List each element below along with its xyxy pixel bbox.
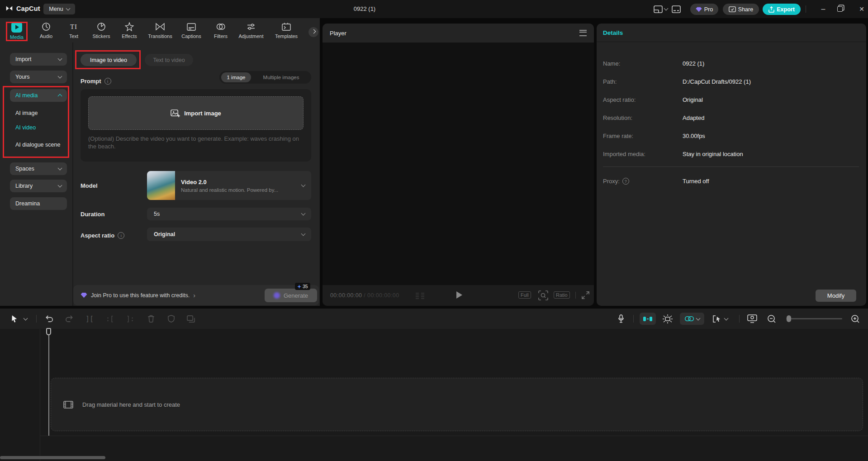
close-button[interactable]: ✕ <box>856 4 868 14</box>
player-preview[interactable] <box>323 43 594 285</box>
chevron-down-icon <box>724 316 729 320</box>
mask-button[interactable] <box>165 309 177 329</box>
split-clip-button[interactable]: ][ <box>83 309 96 329</box>
zoom-in-button[interactable] <box>849 309 862 329</box>
aspect-ratio-select[interactable]: Original <box>147 228 311 241</box>
track-header-divider <box>40 329 40 461</box>
ratio-toggle[interactable]: Ratio <box>554 291 570 299</box>
sidebar-item-ai-video[interactable]: AI video <box>15 124 36 132</box>
sidebar-item-ai-media[interactable]: AI media <box>10 89 67 102</box>
empty-track-dropzone[interactable]: Drag material here and start to create <box>51 378 863 431</box>
model-select[interactable]: Video 2.0 Natural and realistic motion. … <box>147 171 311 200</box>
filters-icon <box>216 22 225 32</box>
preview-zoom-icon[interactable] <box>538 290 548 300</box>
chevron-down-icon <box>58 183 62 188</box>
share-icon <box>729 6 736 12</box>
preview-axis-button[interactable] <box>745 309 759 329</box>
tab-captions[interactable]: Captions <box>176 22 206 42</box>
select-tool-dropdown[interactable] <box>22 309 29 329</box>
delete-right-button[interactable]: ]: <box>124 309 137 329</box>
multiple-images-option[interactable]: Multiple images <box>251 75 311 80</box>
duration-select[interactable]: 5s <box>147 208 311 220</box>
model-description: Natural and realistic motion. Powered by… <box>181 187 278 193</box>
empty-track-text: Drag material here and start to create <box>82 401 180 408</box>
tab-effects[interactable]: Effects <box>114 22 144 42</box>
maximize-button[interactable] <box>837 6 843 12</box>
chevron-down-icon <box>301 232 306 236</box>
detail-row-frame-rate: Frame rate:30.00fps <box>603 133 859 140</box>
tab-transitions[interactable]: Transitions <box>145 22 175 42</box>
auto-split-button[interactable] <box>661 309 674 329</box>
prompt-container: Import image (Optional) Describe the vid… <box>81 89 311 162</box>
pro-badge[interactable]: Pro <box>690 4 718 15</box>
sidebar-item-ai-dialogue-scene[interactable]: AI dialogue scene <box>15 141 60 149</box>
join-pro-text[interactable]: Join Pro to use this feature with credit… <box>91 292 190 299</box>
sidebar-item-ai-image[interactable]: AI image <box>15 109 38 117</box>
minimize-button[interactable]: – <box>817 4 829 14</box>
film-icon <box>63 401 73 409</box>
panel-adjust-icon[interactable] <box>672 5 681 13</box>
help-icon[interactable]: ? <box>622 178 629 185</box>
share-button[interactable]: Share <box>723 4 759 15</box>
sidebar-item-yours[interactable]: Yours <box>10 71 67 83</box>
sidebar-item-library[interactable]: Library <box>10 180 67 192</box>
timeline-toolbar: ][ :[ ]: <box>0 309 868 329</box>
track-separator-line <box>40 436 868 436</box>
image-plus-icon <box>171 109 180 118</box>
adjustment-icon <box>247 22 256 32</box>
modify-button[interactable]: Modify <box>816 290 856 302</box>
tab-filters[interactable]: Filters <box>206 22 236 42</box>
sidebar-item-spaces[interactable]: Spaces <box>10 162 67 175</box>
timeline-zoom-handle[interactable] <box>787 315 791 322</box>
one-image-option[interactable]: 1 image <box>221 72 251 82</box>
magnetic-snap-toggle[interactable] <box>640 313 656 325</box>
details-title: Details <box>603 29 623 36</box>
play-button[interactable] <box>456 291 462 299</box>
info-icon[interactable]: i <box>104 78 111 85</box>
fullscreen-icon[interactable] <box>581 290 590 300</box>
sidebar-item-import[interactable]: Import <box>10 53 67 66</box>
image-to-video-tab[interactable]: Image to video <box>81 54 137 66</box>
overlay-button[interactable] <box>185 309 197 329</box>
info-icon[interactable]: i <box>118 232 124 239</box>
undo-button[interactable] <box>43 309 55 329</box>
delete-left-button[interactable]: :[ <box>104 309 116 329</box>
detail-row-path: Path:D:/CapCut Drafts/0922 (1) <box>603 78 859 86</box>
playhead-handle[interactable] <box>46 328 51 335</box>
app-name: CapCut <box>16 5 40 12</box>
effects-icon <box>125 22 134 32</box>
record-voiceover-button[interactable] <box>615 309 627 329</box>
workspace-layout-icon[interactable] <box>654 5 668 13</box>
generate-button[interactable]: Generate <box>265 289 317 302</box>
auto-select-tool[interactable] <box>708 309 732 329</box>
player-menu-icon[interactable] <box>579 30 587 36</box>
tab-adjustment[interactable]: Adjustment <box>236 22 266 42</box>
menu-button[interactable]: Menu <box>43 4 75 14</box>
aspect-ratio-row: Aspect ratio i <box>81 232 124 239</box>
export-button[interactable]: Export <box>763 4 801 15</box>
link-clips-toggle[interactable] <box>680 313 704 325</box>
delete-button[interactable] <box>145 309 157 329</box>
playhead-line <box>48 335 49 436</box>
sidebar-item-dreamina[interactable]: Dreamina <box>10 197 67 210</box>
chevron-right-icon[interactable]: › <box>193 292 195 299</box>
text-to-video-tab[interactable]: Text to video <box>145 54 193 66</box>
prompt-placeholder[interactable]: (Optional) Describe the video you want t… <box>88 135 304 150</box>
timeline-scrollbar[interactable] <box>0 456 105 459</box>
redo-button[interactable] <box>63 309 76 329</box>
tab-stickers[interactable]: Stickers <box>86 22 116 42</box>
zoom-out-button[interactable] <box>765 309 778 329</box>
full-toggle[interactable]: Full <box>518 291 531 299</box>
toolbar-divider <box>36 315 37 323</box>
tab-templates[interactable]: Templates <box>271 22 301 42</box>
titlebar-divider <box>806 5 806 13</box>
timeline-zoom-slider[interactable] <box>786 318 842 319</box>
tab-audio[interactable]: Audio <box>31 22 61 42</box>
tab-text[interactable]: TI Text <box>59 22 89 42</box>
tabs-scroll-right-button[interactable] <box>308 27 318 37</box>
tab-media[interactable]: Media <box>2 22 32 42</box>
player-title: Player <box>330 30 346 37</box>
chevron-down-icon <box>696 316 700 320</box>
select-tool[interactable] <box>8 309 20 329</box>
import-image-dropzone[interactable]: Import image <box>88 96 304 130</box>
